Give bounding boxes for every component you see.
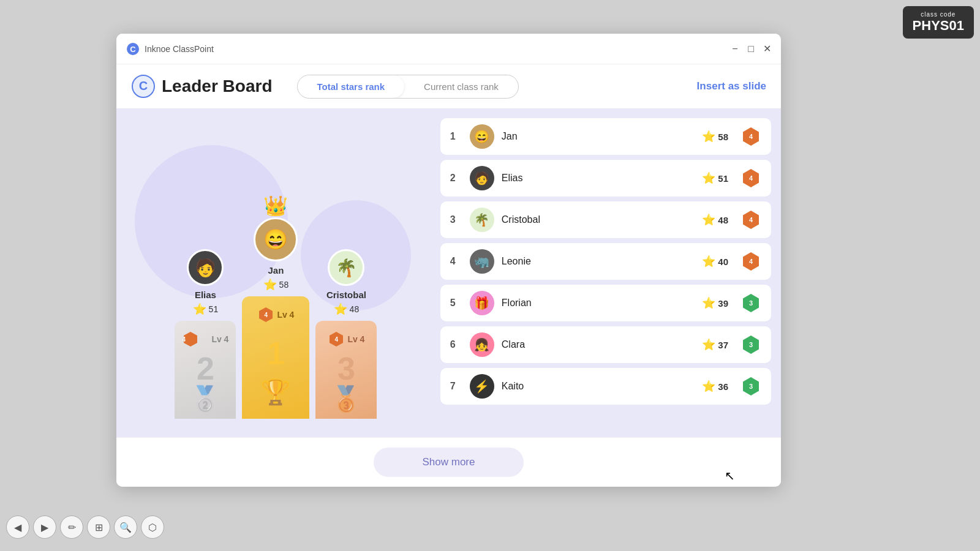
- podium-second-avatar: 🧑: [187, 249, 224, 286]
- header: C Leader Board Total stars rank Current …: [116, 64, 781, 108]
- podium-third-avatar: 🌴: [328, 249, 364, 286]
- podium-second-level-text: Lv 4: [211, 334, 228, 344]
- star-icon-lb-1: ⭐: [702, 130, 715, 143]
- main-content: 🧑 Elias ⭐ 51 4 Lv 4: [116, 108, 781, 437]
- podium-first-stars-value: 58: [279, 280, 289, 290]
- lb-name-2: Elias: [502, 173, 695, 184]
- lb-name-6: Clara: [502, 339, 695, 350]
- level-number: 4: [182, 336, 186, 343]
- lb-level-badge-4: 4: [741, 251, 761, 272]
- tab-current-class-rank[interactable]: Current class rank: [404, 75, 518, 98]
- class-code-label: class code: [921, 11, 956, 18]
- leaderboard-row-3: 3 🌴 Cristobal ⭐ 48 4: [440, 201, 771, 238]
- lb-name-5: Florian: [502, 298, 695, 309]
- titlebar: C Inknoe ClassPoint − □ ✕: [116, 34, 781, 64]
- lb-level-badge-6: 3: [741, 334, 761, 355]
- close-button[interactable]: ✕: [763, 45, 771, 53]
- lb-rank-5: 5: [450, 298, 462, 309]
- podium-first-level-text: Lv 4: [277, 310, 294, 320]
- nav-hex-button[interactable]: ⬡: [141, 515, 164, 539]
- lb-level-badge-7: 3: [741, 376, 761, 397]
- app-name-label: Inknoe ClassPoint: [145, 44, 214, 54]
- podium-first-block: 4 Lv 4 1 🏆: [242, 296, 309, 419]
- first-trophy-icon: 🏆: [260, 378, 291, 407]
- insert-as-slide-button[interactable]: Insert as slide: [697, 80, 766, 92]
- lb-name-3: Cristobal: [502, 214, 695, 225]
- star-icon-lb-2: ⭐: [702, 171, 715, 185]
- leaderboard-row-5: 5 🎁 Florian ⭐ 39 3: [440, 285, 771, 321]
- star-icon-lb-3: ⭐: [702, 213, 715, 227]
- star-icon-lb-5: ⭐: [702, 296, 715, 310]
- minimize-button[interactable]: −: [731, 45, 739, 53]
- crown-icon: 👑: [263, 194, 288, 217]
- podium-first-rank-number: 1: [267, 337, 285, 369]
- podium-second: 🧑 Elias ⭐ 51 4 Lv 4: [175, 249, 236, 419]
- lb-rank-6: 6: [450, 339, 462, 350]
- lb-stars-value-1: 58: [718, 132, 728, 142]
- lb-avatar-2: 🧑: [470, 166, 494, 190]
- nav-search-button[interactable]: 🔍: [114, 515, 137, 539]
- lb-name-1: Jan: [502, 131, 695, 142]
- lb-avatar-7: ⚡: [470, 374, 494, 399]
- lb-level-num-7: 3: [749, 383, 753, 390]
- star-icon-first: ⭐: [263, 278, 277, 291]
- lb-stars-value-4: 40: [718, 257, 728, 267]
- bottom-nav: ◀ ▶ ✏ ⊞ 🔍 ⬡: [6, 515, 164, 539]
- lb-level-badge-3: 4: [741, 209, 761, 230]
- leaderboard-row-1: 1 😄 Jan ⭐ 58 4: [440, 118, 771, 155]
- lb-rank-3: 3: [450, 214, 462, 225]
- podium-second-name: Elias: [195, 290, 216, 300]
- lb-name-4: Leonie: [502, 256, 695, 267]
- nav-pen-button[interactable]: ✏: [60, 515, 83, 539]
- leaderboard-row-6: 6 👧 Clara ⭐ 37 3: [440, 326, 771, 363]
- podium-second-block: 4 Lv 4 2 🥈: [175, 321, 236, 419]
- podium-second-rank-number: 2: [197, 353, 214, 384]
- class-code-badge: class code PHYS01: [903, 6, 974, 39]
- lb-level-badge-2: 4: [741, 168, 761, 189]
- podium-third-stars-value: 48: [350, 304, 360, 314]
- podium-second-stars: ⭐ 51: [193, 302, 219, 316]
- first-level-num: 4: [265, 312, 268, 318]
- lb-stars-value-2: 51: [718, 173, 728, 184]
- leaderboard-row-2: 2 🧑 Elias ⭐ 51 4: [440, 160, 771, 197]
- podium-first-level: 4 Lv 4: [257, 306, 294, 323]
- lb-stars-value-5: 39: [718, 298, 728, 309]
- lb-name-7: Kaito: [502, 381, 695, 392]
- nav-grid-button[interactable]: ⊞: [87, 515, 110, 539]
- lb-avatar-4: 🦏: [470, 249, 494, 274]
- page-title: Leader Board: [162, 77, 273, 96]
- star-icon: ⭐: [193, 302, 206, 316]
- main-window: C Inknoe ClassPoint − □ ✕ C Leader Board…: [116, 34, 781, 487]
- tab-total-stars-rank[interactable]: Total stars rank: [298, 75, 405, 98]
- lb-stars-3: ⭐ 48: [702, 213, 728, 227]
- maximize-button[interactable]: □: [747, 45, 755, 53]
- lb-avatar-1: 😄: [470, 124, 494, 149]
- podium-third: 🌴 Cristobal ⭐ 48 4: [315, 249, 377, 419]
- bottom-bar: Show more: [116, 437, 781, 487]
- svg-text:C: C: [130, 45, 136, 54]
- lb-rank-2: 2: [450, 173, 462, 184]
- class-code-value: PHYS01: [913, 18, 964, 34]
- lb-stars-2: ⭐ 51: [702, 171, 728, 185]
- nav-back-button[interactable]: ◀: [6, 515, 29, 539]
- lb-stars-value-6: 37: [718, 340, 728, 350]
- star-icon-lb-4: ⭐: [702, 255, 715, 268]
- lb-rank-1: 1: [450, 131, 462, 142]
- second-trophy-icon: 🥈: [190, 384, 221, 413]
- svg-text:C: C: [139, 79, 148, 92]
- lb-rank-7: 7: [450, 381, 462, 392]
- lb-level-num-1: 4: [749, 133, 753, 140]
- lb-rank-4: 4: [450, 256, 462, 267]
- lb-avatar-5: 🎁: [470, 291, 494, 315]
- app-logo-icon: C: [126, 42, 140, 56]
- nav-forward-button[interactable]: ▶: [33, 515, 56, 539]
- header-title-area: C Leader Board: [131, 74, 273, 99]
- podium-area: 🧑 Elias ⭐ 51 4 Lv 4: [116, 108, 435, 437]
- star-icon-lb-6: ⭐: [702, 338, 715, 351]
- podium-second-level: 4 Lv 4: [182, 331, 228, 348]
- show-more-button[interactable]: Show more: [374, 448, 524, 477]
- third-level-hex: 4: [328, 331, 345, 348]
- lb-stars-7: ⭐ 36: [702, 380, 728, 393]
- lb-level-num-4: 4: [749, 258, 753, 265]
- lb-stars-value-7: 36: [718, 381, 728, 392]
